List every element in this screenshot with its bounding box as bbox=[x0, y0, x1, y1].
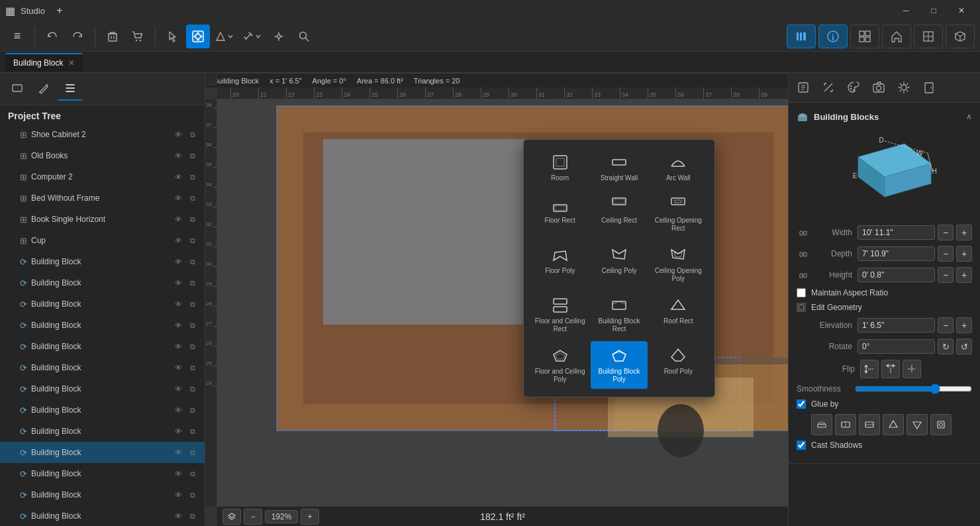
glue-icon-4[interactable] bbox=[883, 414, 904, 435]
flip-both-btn[interactable] bbox=[903, 360, 921, 378]
tree-item-visibility-btn[interactable]: 👁 bbox=[172, 361, 185, 374]
tree-item-visibility-btn[interactable]: 👁 bbox=[172, 509, 185, 523]
tree-item-building-block-6[interactable]: ⟳ Building Block 👁 ⧉ bbox=[0, 357, 205, 378]
tree-item-copy-btn[interactable]: ⧉ bbox=[186, 191, 199, 205]
width-minus-btn[interactable]: − bbox=[938, 225, 954, 240]
popup-item-arc-wall[interactable]: Arc Wall bbox=[650, 148, 707, 187]
popup-item-ceiling-poly[interactable]: Ceiling Poly bbox=[591, 240, 647, 288]
sidebar-icon-list[interactable] bbox=[58, 77, 82, 101]
tree-item-copy-btn[interactable]: ⧉ bbox=[186, 297, 199, 311]
tree-item-copy-btn[interactable]: ⧉ bbox=[186, 446, 199, 459]
depth-value[interactable]: 7' 10.9" bbox=[858, 246, 935, 261]
rotate-ccw-btn[interactable]: ↺ bbox=[956, 339, 972, 354]
cart-btn[interactable] bbox=[126, 25, 150, 48]
tree-item-bed-without-frame[interactable]: ⊞ Bed Without Frame 👁 ⧉ bbox=[0, 187, 205, 209]
section-collapse-btn[interactable]: ∧ bbox=[966, 112, 972, 121]
tree-item-copy-btn[interactable]: ⧉ bbox=[186, 276, 199, 289]
minimize-btn[interactable]: ─ bbox=[893, 0, 919, 21]
panel-tab-dimensions[interactable] bbox=[816, 76, 840, 99]
tree-item-building-block-2[interactable]: ⟳ Building Block 👁 ⧉ bbox=[0, 272, 205, 293]
tree-item-copy-btn[interactable]: ⧉ bbox=[186, 255, 199, 268]
popup-item-floor-and-ceiling-poly[interactable]: Floor and Ceiling Poly bbox=[532, 341, 588, 389]
maximize-btn[interactable]: □ bbox=[920, 0, 947, 21]
rotate-value[interactable]: 0° bbox=[858, 339, 935, 354]
glue-icon-3[interactable] bbox=[859, 414, 880, 435]
tree-item-visibility-btn[interactable]: 👁 bbox=[172, 340, 185, 353]
tree-item-building-block-10[interactable]: ⟳ Building Block 👁 ⧉ bbox=[0, 442, 205, 463]
tree-item-copy-btn[interactable]: ⧉ bbox=[186, 234, 199, 247]
tree-item-building-block-1[interactable]: ⟳ Building Block 👁 ⧉ bbox=[0, 251, 205, 272]
tree-item-building-block-3[interactable]: ⟳ Building Block 👁 ⧉ bbox=[0, 293, 205, 315]
tree-item-copy-btn[interactable]: ⧉ bbox=[186, 340, 199, 353]
panel-tab-door[interactable] bbox=[917, 76, 941, 99]
elevation-minus-btn[interactable]: − bbox=[938, 317, 954, 333]
smoothness-slider[interactable] bbox=[855, 384, 972, 394]
search-tool-btn[interactable] bbox=[292, 25, 316, 48]
grid-btn[interactable] bbox=[850, 25, 879, 48]
rotate-cw-btn[interactable]: ↻ bbox=[938, 339, 954, 354]
popup-item-straight-wall[interactable]: Straight Wall bbox=[591, 148, 647, 187]
height-value[interactable]: 0' 0.8" bbox=[858, 268, 935, 282]
draw-btn[interactable] bbox=[186, 25, 210, 48]
tree-item-cup[interactable]: ⊞ Cup 👁 ⧉ bbox=[0, 230, 205, 251]
panel-tab-material[interactable] bbox=[791, 76, 815, 99]
new-tab-btn[interactable]: + bbox=[50, 1, 69, 20]
tree-item-visibility-btn[interactable]: 👁 bbox=[172, 128, 185, 141]
tree-item-copy-btn[interactable]: ⧉ bbox=[186, 467, 199, 480]
tree-item-building-block-13[interactable]: ⟳ Building Block 👁 ⧉ bbox=[0, 505, 205, 526]
width-value[interactable]: 10' 11.1" bbox=[858, 225, 935, 240]
tree-item-building-block-8[interactable]: ⟳ Building Block 👁 ⧉ bbox=[0, 399, 205, 421]
tree-item-visibility-btn[interactable]: 👁 bbox=[172, 403, 185, 417]
popup-item-room[interactable]: Room bbox=[532, 148, 588, 187]
tree-item-visibility-btn[interactable]: 👁 bbox=[172, 446, 185, 459]
tree-item-copy-btn[interactable]: ⧉ bbox=[186, 319, 199, 332]
glue-icon-2[interactable] bbox=[835, 414, 856, 435]
select-btn[interactable] bbox=[161, 25, 185, 48]
tree-item-visibility-btn[interactable]: 👁 bbox=[172, 382, 185, 395]
elevation-plus-btn[interactable]: + bbox=[956, 317, 972, 333]
tree-item-copy-btn[interactable]: ⧉ bbox=[186, 425, 199, 438]
tree-item-computer-2[interactable]: ⊞ Computer 2 👁 ⧉ bbox=[0, 166, 205, 187]
tree-item-visibility-btn[interactable]: 👁 bbox=[172, 170, 185, 184]
tree-item-visibility-btn[interactable]: 👁 bbox=[172, 319, 185, 332]
redo-btn[interactable] bbox=[66, 25, 89, 48]
tree-item-copy-btn[interactable]: ⧉ bbox=[186, 403, 199, 417]
tree-item-building-block-5[interactable]: ⟳ Building Block 👁 ⧉ bbox=[0, 336, 205, 357]
tree-item-building-block-4[interactable]: ⟳ Building Block 👁 ⧉ bbox=[0, 315, 205, 336]
depth-plus-btn[interactable]: + bbox=[956, 246, 972, 262]
popup-item-floor-rect[interactable]: Floor Rect bbox=[532, 190, 588, 238]
width-plus-btn[interactable]: + bbox=[956, 225, 972, 240]
tree-item-visibility-btn[interactable]: 👁 bbox=[172, 191, 185, 205]
layers-btn[interactable] bbox=[222, 509, 241, 525]
tree-item-visibility-btn[interactable]: 👁 bbox=[172, 297, 185, 311]
sidebar-icon-object[interactable] bbox=[5, 77, 29, 101]
popup-item-building-block-poly[interactable]: Building Block Poly bbox=[591, 341, 647, 389]
tree-item-copy-btn[interactable]: ⧉ bbox=[186, 170, 199, 184]
tree-item-visibility-btn[interactable]: 👁 bbox=[172, 276, 185, 289]
flip-h-btn[interactable] bbox=[860, 360, 879, 378]
popup-item-ceiling-opening-rect[interactable]: Ceiling Opening Rect bbox=[650, 190, 707, 238]
panel-tab-camera[interactable] bbox=[867, 76, 891, 99]
menu-btn[interactable]: ≡ bbox=[5, 25, 29, 48]
tree-item-visibility-btn[interactable]: 👁 bbox=[172, 425, 185, 438]
panel-tab-lighting[interactable] bbox=[892, 76, 916, 99]
shape-dropdown-btn[interactable] bbox=[211, 25, 238, 48]
tree-item-visibility-btn[interactable]: 👁 bbox=[172, 149, 185, 162]
home-btn[interactable] bbox=[882, 25, 911, 48]
cast-shadows-checkbox[interactable] bbox=[797, 441, 806, 450]
tree-item-building-block-7[interactable]: ⟳ Building Block 👁 ⧉ bbox=[0, 378, 205, 399]
tree-item-copy-btn[interactable]: ⧉ bbox=[186, 149, 199, 162]
view3d-btn[interactable] bbox=[946, 25, 975, 48]
pan-btn[interactable] bbox=[267, 25, 291, 48]
glue-icon-6[interactable] bbox=[930, 414, 952, 435]
view2d-btn[interactable] bbox=[914, 25, 943, 48]
tree-item-copy-btn[interactable]: ⧉ bbox=[186, 213, 199, 226]
height-minus-btn[interactable]: − bbox=[938, 267, 954, 283]
glue-by-checkbox[interactable] bbox=[797, 399, 806, 409]
panel-tab-color[interactable] bbox=[842, 76, 865, 99]
popup-item-ceiling-opening-poly[interactable]: Ceiling Opening Poly bbox=[650, 240, 707, 288]
library-btn[interactable] bbox=[787, 25, 816, 48]
tree-item-building-block-12[interactable]: ⟳ Building Block 👁 ⧉ bbox=[0, 484, 205, 505]
height-plus-btn[interactable]: + bbox=[956, 267, 972, 283]
maintain-aspect-checkbox[interactable] bbox=[797, 288, 806, 297]
